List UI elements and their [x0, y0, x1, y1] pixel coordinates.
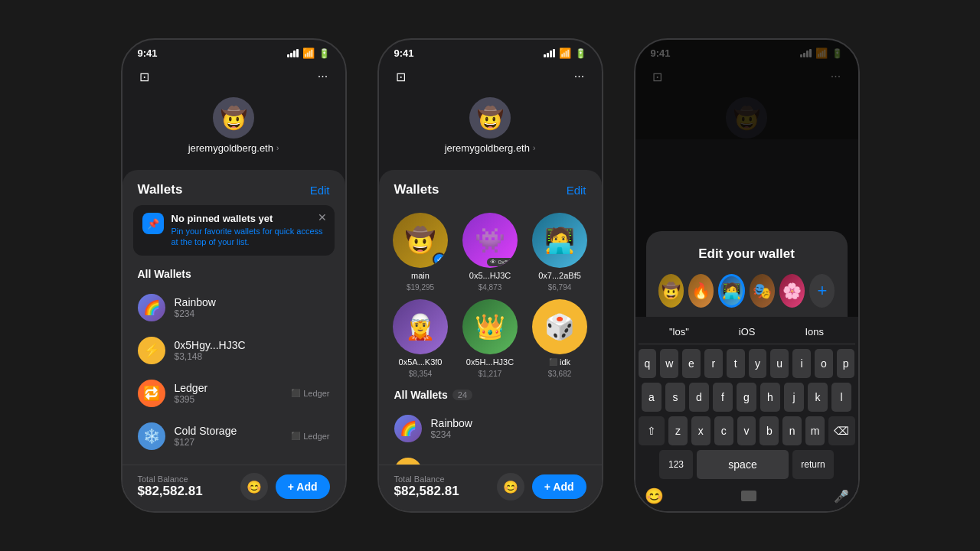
- grid-item-hj3c2[interactable]: 👑 0x5H...HJ3C $1,217: [459, 299, 521, 378]
- grid-balance-main: $19,295: [407, 283, 434, 292]
- wallet-balance: $395: [175, 394, 283, 405]
- avatar-1: 🤠: [213, 97, 254, 139]
- mic-icon[interactable]: 🎤: [834, 489, 849, 504]
- grid-item-hj3c[interactable]: 👾 👁 0x5... 0x5...HJ3C $4,873: [459, 213, 521, 292]
- grid-item-k3f0[interactable]: 🧝 0x5A...K3f0 $8,354: [390, 299, 452, 378]
- key-y[interactable]: y: [749, 349, 767, 378]
- wallet-item-cold-storage[interactable]: ❄️ Cold Storage $127 ⬛ Ledger: [122, 415, 345, 458]
- signal-bars-2: [544, 49, 555, 57]
- numbers-key[interactable]: 123: [659, 450, 693, 479]
- add-button-2[interactable]: + Add: [532, 474, 586, 499]
- wallet-info-ledger: Ledger $395: [175, 382, 283, 405]
- grid-name-hj3c2: 0x5H...HJ3C: [466, 357, 514, 367]
- all-wallets-label: All Wallets: [394, 389, 448, 401]
- space-key[interactable]: space: [697, 450, 789, 479]
- avatar-picker[interactable]: 🤠 🔥 🧑‍💻 🎭 🌸 +: [658, 274, 835, 308]
- return-key[interactable]: return: [792, 450, 834, 479]
- key-f[interactable]: f: [713, 383, 733, 412]
- grid-item-abf5[interactable]: 🧑‍💻 0x7...2aBf5 $6,794: [529, 213, 591, 292]
- key-r[interactable]: r: [704, 349, 723, 378]
- scan-icon[interactable]: ⊡: [133, 65, 156, 88]
- grid-name-idk: idk: [560, 357, 570, 367]
- chevron-icon: ›: [276, 144, 279, 152]
- ledger-icon: ⬛: [291, 389, 300, 397]
- scan-icon-2[interactable]: ⊡: [390, 65, 413, 88]
- more-icon-2[interactable]: ···: [568, 65, 591, 88]
- grid-item-main[interactable]: 🤠 ✓ main $19,295: [390, 213, 452, 292]
- wallet-info-hj3c: 0x5Hgy...HJ3C $3,148: [175, 339, 330, 362]
- key-g[interactable]: g: [737, 383, 756, 412]
- emoji-button-1[interactable]: 😊: [240, 473, 268, 500]
- suggestion-1[interactable]: "los": [669, 326, 689, 337]
- key-d[interactable]: d: [689, 383, 709, 412]
- key-i[interactable]: i: [792, 349, 811, 378]
- grid-avatar-main: 🤠 ✓: [393, 213, 448, 268]
- key-l[interactable]: l: [831, 383, 851, 412]
- edit-button-2[interactable]: Edit: [567, 184, 586, 197]
- wallet-item-ledger[interactable]: 🔁 Ledger $395 ⬛ Ledger: [122, 372, 345, 415]
- wallet-balance: $234: [175, 308, 330, 319]
- top-controls-1: ⊡ ···: [122, 62, 345, 94]
- pick-avatar-2[interactable]: 🔥: [688, 274, 714, 308]
- wallet-avatar-hj3c: ⚡: [138, 337, 165, 364]
- emoji-keyboard-icon[interactable]: 😊: [645, 487, 664, 505]
- edit-button-1[interactable]: Edit: [310, 184, 330, 197]
- chevron-icon-2: ›: [533, 144, 535, 152]
- banner-subtitle: Pin your favorite wallets for quick acce…: [172, 226, 325, 248]
- wallet-item-p2-rainbow[interactable]: 🌈 Rainbow $234: [379, 407, 602, 450]
- pick-avatar-3[interactable]: 🧑‍💻: [718, 274, 745, 308]
- username-1[interactable]: jeremygoldberg.eth ›: [188, 142, 279, 154]
- key-m[interactable]: m: [805, 416, 825, 445]
- key-q[interactable]: q: [639, 349, 657, 378]
- add-button-1[interactable]: + Add: [276, 474, 330, 499]
- wallets-title-2: Wallets: [394, 182, 439, 197]
- shift-key[interactable]: ⇧: [639, 416, 665, 445]
- key-b[interactable]: b: [760, 416, 779, 445]
- key-e[interactable]: e: [682, 349, 701, 378]
- key-p[interactable]: p: [837, 349, 855, 378]
- wallet-balance: $3,148: [175, 351, 330, 362]
- key-o[interactable]: o: [815, 349, 833, 378]
- pick-avatar-4[interactable]: 🎭: [750, 274, 775, 308]
- keyboard-row-4: 123 space return: [639, 450, 855, 479]
- wallet-item-hj3c[interactable]: ⚡ 0x5Hgy...HJ3C $3,148: [122, 329, 345, 372]
- suggestion-3[interactable]: Ions: [805, 326, 824, 337]
- key-t[interactable]: t: [727, 349, 745, 378]
- banner-title: No pinned wallets yet: [172, 213, 325, 224]
- key-x[interactable]: x: [691, 416, 710, 445]
- emoji-button-2[interactable]: 😊: [497, 473, 524, 500]
- key-j[interactable]: j: [784, 383, 804, 412]
- battery-icon-2: 🔋: [575, 48, 586, 59]
- wallet-avatar-p2-rainbow: 🌈: [394, 415, 422, 442]
- key-h[interactable]: h: [760, 383, 780, 412]
- phone-2: 9:41 📶 🔋 ⊡ ··· 🤠 jeremygoldberg.eth › Wa…: [377, 38, 603, 513]
- key-v[interactable]: v: [737, 416, 756, 445]
- suggestion-2[interactable]: iOS: [739, 326, 756, 337]
- ledger-tag-1: ⬛ Ledger: [291, 389, 329, 398]
- key-n[interactable]: n: [782, 416, 802, 445]
- key-s[interactable]: s: [665, 383, 685, 412]
- time-2: 9:41: [394, 47, 414, 59]
- total-amount-1: $82,582.81: [138, 484, 203, 499]
- key-u[interactable]: u: [770, 349, 789, 378]
- bottom-bar-1: Total Balance $82,582.81 😊 + Add: [122, 465, 345, 511]
- wallet-name: Rainbow: [431, 417, 586, 429]
- wifi-icon-2: 📶: [559, 47, 571, 59]
- pick-avatar-1[interactable]: 🤠: [658, 274, 684, 308]
- key-a[interactable]: a: [642, 383, 662, 412]
- grid-item-idk[interactable]: 🎲 ⬛ idk $3,682: [529, 299, 591, 378]
- delete-key[interactable]: ⌫: [828, 416, 854, 445]
- close-icon[interactable]: ✕: [318, 211, 327, 223]
- add-avatar-button[interactable]: +: [809, 274, 835, 308]
- key-w[interactable]: w: [660, 349, 678, 378]
- key-z[interactable]: z: [668, 416, 688, 445]
- panel-2: Wallets Edit 🤠 ✓ main $19,295 👾 👁 0x5...: [379, 170, 602, 511]
- more-icon[interactable]: ···: [312, 65, 335, 88]
- wallet-item-rainbow[interactable]: 🌈 Rainbow $234: [122, 286, 345, 329]
- key-k[interactable]: k: [808, 383, 828, 412]
- grid-balance-abf5: $6,794: [548, 283, 572, 292]
- username-2[interactable]: jeremygoldberg.eth ›: [445, 142, 536, 154]
- key-c[interactable]: c: [714, 416, 733, 445]
- signal-bars-1: [287, 49, 299, 57]
- pick-avatar-5[interactable]: 🌸: [779, 274, 805, 308]
